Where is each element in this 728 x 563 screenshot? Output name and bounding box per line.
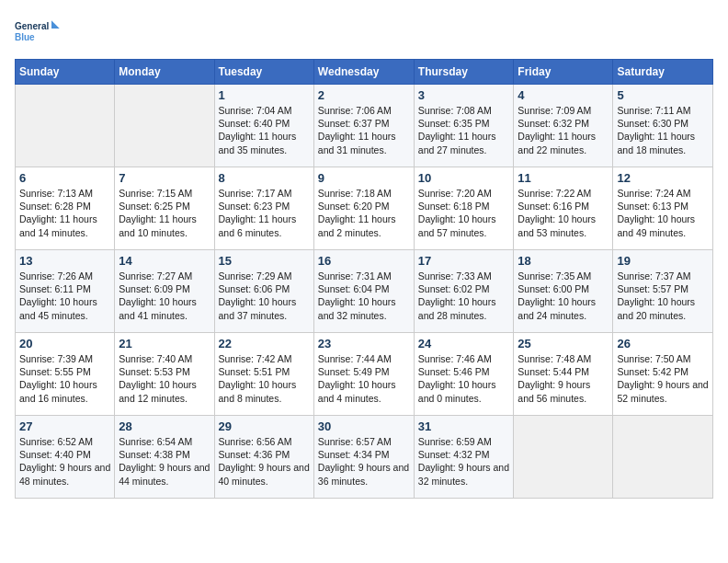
day-number: 13 xyxy=(19,254,110,268)
day-number: 12 xyxy=(617,171,709,185)
calendar-cell: 19Sunrise: 7:37 AMSunset: 5:57 PMDayligh… xyxy=(613,250,713,333)
cell-content: Sunrise: 7:15 AMSunset: 6:25 PMDaylight:… xyxy=(119,187,210,239)
cell-content: Sunrise: 7:17 AMSunset: 6:23 PMDaylight:… xyxy=(219,187,310,239)
day-number: 24 xyxy=(418,337,510,350)
weekday-header: Wednesday xyxy=(313,60,414,85)
cell-content: Sunrise: 7:46 AMSunset: 5:46 PMDaylight:… xyxy=(418,352,510,405)
cell-content: Sunrise: 6:52 AMSunset: 4:40 PMDaylight:… xyxy=(19,435,110,488)
calendar-cell: 20Sunrise: 7:39 AMSunset: 5:55 PMDayligh… xyxy=(16,333,115,416)
cell-content: Sunrise: 7:09 AMSunset: 6:32 PMDaylight:… xyxy=(518,104,609,156)
calendar-cell: 31Sunrise: 6:59 AMSunset: 4:32 PMDayligh… xyxy=(414,416,514,499)
cell-content: Sunrise: 6:56 AMSunset: 4:36 PMDaylight:… xyxy=(219,435,310,488)
day-number: 30 xyxy=(318,419,410,433)
cell-content: Sunrise: 7:11 AMSunset: 6:30 PMDaylight:… xyxy=(617,104,709,156)
calendar-cell xyxy=(16,85,115,167)
cell-content: Sunrise: 7:20 AMSunset: 6:18 PMDaylight:… xyxy=(418,187,510,239)
page-header: General Blue xyxy=(15,15,713,52)
day-number: 10 xyxy=(418,171,510,185)
cell-content: Sunrise: 6:54 AMSunset: 4:38 PMDaylight:… xyxy=(119,435,210,488)
calendar-cell: 3Sunrise: 7:08 AMSunset: 6:35 PMDaylight… xyxy=(414,85,514,167)
cell-content: Sunrise: 7:26 AMSunset: 6:11 PMDaylight:… xyxy=(19,270,110,322)
weekday-header: Sunday xyxy=(16,60,115,85)
calendar-cell: 7Sunrise: 7:15 AMSunset: 6:25 PMDaylight… xyxy=(115,167,214,250)
calendar-cell: 29Sunrise: 6:56 AMSunset: 4:36 PMDayligh… xyxy=(214,416,313,499)
cell-content: Sunrise: 7:33 AMSunset: 6:02 PMDaylight:… xyxy=(418,270,510,322)
calendar-cell: 22Sunrise: 7:42 AMSunset: 5:51 PMDayligh… xyxy=(214,333,313,416)
calendar-cell: 1Sunrise: 7:04 AMSunset: 6:40 PMDaylight… xyxy=(214,85,313,167)
day-number: 8 xyxy=(219,171,310,185)
calendar-cell xyxy=(514,416,613,499)
calendar-cell: 27Sunrise: 6:52 AMSunset: 4:40 PMDayligh… xyxy=(16,416,115,499)
cell-content: Sunrise: 7:50 AMSunset: 5:42 PMDaylight:… xyxy=(617,352,709,405)
svg-marker-2 xyxy=(51,20,60,29)
calendar-cell: 13Sunrise: 7:26 AMSunset: 6:11 PMDayligh… xyxy=(16,250,115,333)
day-number: 19 xyxy=(617,254,709,268)
calendar-week-row: 6Sunrise: 7:13 AMSunset: 6:28 PMDaylight… xyxy=(16,167,713,250)
cell-content: Sunrise: 6:57 AMSunset: 4:34 PMDaylight:… xyxy=(318,435,410,488)
day-number: 1 xyxy=(219,88,310,102)
calendar-week-row: 1Sunrise: 7:04 AMSunset: 6:40 PMDaylight… xyxy=(16,85,713,167)
calendar-cell xyxy=(115,85,214,167)
cell-content: Sunrise: 7:22 AMSunset: 6:16 PMDaylight:… xyxy=(518,187,609,239)
cell-content: Sunrise: 7:35 AMSunset: 6:00 PMDaylight:… xyxy=(518,270,609,322)
calendar-cell: 23Sunrise: 7:44 AMSunset: 5:49 PMDayligh… xyxy=(313,333,414,416)
calendar-table: SundayMondayTuesdayWednesdayThursdayFrid… xyxy=(15,59,713,499)
day-number: 28 xyxy=(119,419,210,433)
calendar-cell: 15Sunrise: 7:29 AMSunset: 6:06 PMDayligh… xyxy=(214,250,313,333)
cell-content: Sunrise: 7:48 AMSunset: 5:44 PMDaylight:… xyxy=(518,352,609,405)
cell-content: Sunrise: 7:42 AMSunset: 5:51 PMDaylight:… xyxy=(219,352,310,405)
calendar-cell: 18Sunrise: 7:35 AMSunset: 6:00 PMDayligh… xyxy=(514,250,613,333)
day-number: 18 xyxy=(518,254,609,268)
calendar-week-row: 27Sunrise: 6:52 AMSunset: 4:40 PMDayligh… xyxy=(16,416,713,499)
day-number: 17 xyxy=(418,254,510,268)
cell-content: Sunrise: 7:40 AMSunset: 5:53 PMDaylight:… xyxy=(119,352,210,405)
day-number: 25 xyxy=(518,337,609,350)
day-number: 22 xyxy=(219,337,310,350)
cell-content: Sunrise: 7:18 AMSunset: 6:20 PMDaylight:… xyxy=(318,187,410,239)
cell-content: Sunrise: 7:37 AMSunset: 5:57 PMDaylight:… xyxy=(617,270,709,322)
day-number: 11 xyxy=(518,171,609,185)
weekday-header-row: SundayMondayTuesdayWednesdayThursdayFrid… xyxy=(16,60,713,85)
cell-content: Sunrise: 6:59 AMSunset: 4:32 PMDaylight:… xyxy=(418,435,510,488)
svg-text:General: General xyxy=(15,21,49,31)
logo-svg: General Blue xyxy=(15,15,61,52)
weekday-header: Monday xyxy=(115,60,214,85)
day-number: 31 xyxy=(418,419,510,433)
calendar-cell: 25Sunrise: 7:48 AMSunset: 5:44 PMDayligh… xyxy=(514,333,613,416)
day-number: 29 xyxy=(219,419,310,433)
calendar-cell: 6Sunrise: 7:13 AMSunset: 6:28 PMDaylight… xyxy=(16,167,115,250)
calendar-cell xyxy=(613,416,713,499)
calendar-week-row: 13Sunrise: 7:26 AMSunset: 6:11 PMDayligh… xyxy=(16,250,713,333)
calendar-cell: 28Sunrise: 6:54 AMSunset: 4:38 PMDayligh… xyxy=(115,416,214,499)
day-number: 20 xyxy=(19,337,110,350)
weekday-header: Friday xyxy=(514,60,613,85)
calendar-cell: 10Sunrise: 7:20 AMSunset: 6:18 PMDayligh… xyxy=(414,167,514,250)
weekday-header: Tuesday xyxy=(214,60,313,85)
cell-content: Sunrise: 7:27 AMSunset: 6:09 PMDaylight:… xyxy=(119,270,210,322)
day-number: 21 xyxy=(119,337,210,350)
day-number: 15 xyxy=(219,254,310,268)
day-number: 6 xyxy=(19,171,110,185)
weekday-header: Thursday xyxy=(414,60,514,85)
logo: General Blue xyxy=(15,15,61,52)
calendar-cell: 5Sunrise: 7:11 AMSunset: 6:30 PMDaylight… xyxy=(613,85,713,167)
calendar-cell: 16Sunrise: 7:31 AMSunset: 6:04 PMDayligh… xyxy=(313,250,414,333)
calendar-cell: 24Sunrise: 7:46 AMSunset: 5:46 PMDayligh… xyxy=(414,333,514,416)
day-number: 5 xyxy=(617,88,709,102)
day-number: 2 xyxy=(318,88,410,102)
cell-content: Sunrise: 7:31 AMSunset: 6:04 PMDaylight:… xyxy=(318,270,410,322)
calendar-cell: 11Sunrise: 7:22 AMSunset: 6:16 PMDayligh… xyxy=(514,167,613,250)
day-number: 9 xyxy=(318,171,410,185)
calendar-cell: 4Sunrise: 7:09 AMSunset: 6:32 PMDaylight… xyxy=(514,85,613,167)
day-number: 27 xyxy=(19,419,110,433)
day-number: 26 xyxy=(617,337,709,350)
cell-content: Sunrise: 7:04 AMSunset: 6:40 PMDaylight:… xyxy=(219,104,310,156)
cell-content: Sunrise: 7:29 AMSunset: 6:06 PMDaylight:… xyxy=(219,270,310,322)
cell-content: Sunrise: 7:08 AMSunset: 6:35 PMDaylight:… xyxy=(418,104,510,156)
calendar-cell: 17Sunrise: 7:33 AMSunset: 6:02 PMDayligh… xyxy=(414,250,514,333)
day-number: 14 xyxy=(119,254,210,268)
calendar-cell: 26Sunrise: 7:50 AMSunset: 5:42 PMDayligh… xyxy=(613,333,713,416)
calendar-week-row: 20Sunrise: 7:39 AMSunset: 5:55 PMDayligh… xyxy=(16,333,713,416)
cell-content: Sunrise: 7:06 AMSunset: 6:37 PMDaylight:… xyxy=(318,104,410,156)
cell-content: Sunrise: 7:44 AMSunset: 5:49 PMDaylight:… xyxy=(318,352,410,405)
